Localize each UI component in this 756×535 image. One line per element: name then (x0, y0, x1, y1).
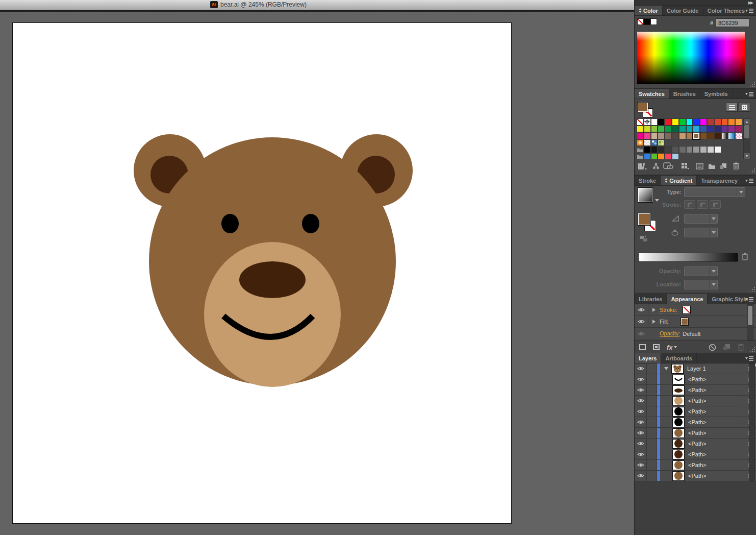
bear-artwork[interactable] (13, 23, 512, 524)
swatch-cell[interactable] (637, 132, 644, 139)
layer-name[interactable]: Layer 1 (687, 366, 706, 372)
swatch-cell[interactable] (672, 153, 679, 159)
lock-toggle-cell[interactable] (647, 396, 657, 406)
swatch-cell[interactable] (672, 118, 679, 126)
swatch-grad-bw[interactable] (721, 132, 728, 139)
show-swatch-kinds-icon[interactable] (681, 162, 690, 169)
swatch-cell[interactable] (672, 132, 679, 139)
visibility-eye-icon[interactable] (635, 449, 647, 459)
layers-scrollbar-track[interactable] (749, 363, 755, 481)
path-thumbnail-inner[interactable] (672, 450, 685, 459)
hex-input[interactable] (716, 18, 749, 27)
color-group-folder-icon[interactable] (637, 146, 644, 153)
artboard[interactable] (12, 22, 512, 524)
swatch-cell[interactable] (665, 146, 672, 153)
color-themes-icon[interactable] (652, 162, 660, 170)
tab-transparency[interactable]: Transparency (697, 176, 742, 185)
new-swatch-icon[interactable] (720, 163, 727, 169)
swatch-none[interactable] (637, 18, 644, 25)
swatch-cell[interactable] (686, 146, 693, 153)
swatch-cell[interactable] (644, 146, 651, 153)
window-titlebar[interactable]: Ai bear.ai @ 245% (RGB/Preview) (0, 0, 634, 10)
swatch-cell[interactable] (651, 146, 658, 153)
layer-row-path[interactable]: <Path> (635, 460, 756, 471)
fill-color-swatch[interactable] (681, 318, 689, 326)
bear-right-eye[interactable] (302, 214, 319, 233)
swatch-cell[interactable] (658, 153, 665, 159)
swatch-cell[interactable] (714, 126, 721, 133)
swatch-cell[interactable] (686, 132, 693, 139)
reverse-gradient-icon[interactable] (639, 235, 648, 242)
lock-toggle-cell[interactable] (647, 406, 657, 417)
swatch-options-icon[interactable] (696, 163, 703, 169)
swatch-registration[interactable] (644, 118, 651, 126)
new-color-group-icon[interactable] (708, 163, 716, 169)
visibility-eye-icon[interactable] (635, 471, 647, 481)
swatch-cell[interactable] (658, 132, 665, 139)
layer-row-path[interactable]: <Path> (635, 449, 756, 460)
swatch-cell[interactable] (728, 126, 735, 133)
delete-item-icon[interactable] (737, 344, 745, 351)
fill-swatch[interactable] (638, 213, 651, 226)
gradient-angle-dropdown[interactable] (684, 214, 718, 224)
path-label[interactable]: <Path> (688, 473, 706, 479)
lock-toggle-cell[interactable] (647, 374, 657, 384)
clear-appearance-icon[interactable] (709, 344, 716, 351)
layer-row-path[interactable]: <Path> (635, 417, 756, 428)
swatch-cell[interactable] (644, 132, 651, 139)
layer-thumbnail[interactable] (671, 364, 684, 374)
swatch-cell[interactable] (686, 126, 693, 133)
gradient-within-stroke-button[interactable] (684, 200, 695, 209)
location-dropdown[interactable] (684, 280, 718, 289)
add-new-stroke-button[interactable] (639, 344, 646, 350)
visibility-eye-icon[interactable] (635, 374, 647, 384)
delete-swatch-icon[interactable] (733, 162, 740, 170)
swatch-cell[interactable] (700, 126, 707, 133)
fill-swatch[interactable] (637, 102, 648, 112)
path-label[interactable]: <Path> (688, 419, 706, 425)
swatch-white[interactable] (650, 18, 657, 25)
color-group-folder-icon[interactable] (637, 153, 644, 159)
gradient-aspect-dropdown[interactable] (684, 228, 718, 237)
scroll-up-icon[interactable]: ▲ (744, 119, 750, 125)
swatch-cell[interactable] (714, 146, 721, 153)
path-label[interactable]: <Path> (688, 387, 706, 393)
path-thumbnail-head[interactable] (672, 428, 685, 438)
swatch-cell[interactable] (693, 118, 700, 126)
swatch-cell[interactable] (728, 118, 735, 126)
scroll-down-icon[interactable]: ▼ (744, 153, 750, 159)
panel-menu-icon[interactable] (745, 297, 754, 302)
swatch-cell[interactable] (735, 118, 742, 126)
swatch-cell[interactable] (665, 132, 672, 139)
resize-grip[interactable] (750, 286, 755, 291)
canvas-pasteboard[interactable] (0, 12, 634, 535)
swatch-cell[interactable] (700, 146, 707, 153)
gradient-preview[interactable] (638, 187, 653, 203)
add-effect-button[interactable]: fx (667, 344, 677, 351)
swatch-cell[interactable] (637, 126, 644, 133)
bear-left-eye[interactable] (221, 214, 239, 233)
scrollbar-thumb[interactable] (744, 125, 749, 138)
lock-toggle-cell[interactable] (647, 417, 657, 427)
swatch-cell[interactable] (644, 153, 651, 159)
panel-menu-icon[interactable] (745, 178, 754, 184)
duplicate-item-icon[interactable] (723, 344, 730, 351)
swatch-cell[interactable] (693, 126, 700, 133)
visibility-eye-icon[interactable] (635, 428, 647, 438)
path-thumbnail-ear[interactable] (672, 471, 685, 481)
lock-toggle-cell[interactable] (647, 439, 657, 449)
swatch-pat-water[interactable] (651, 139, 658, 147)
path-thumbnail-nose[interactable] (672, 385, 685, 395)
swatch-cell[interactable] (700, 118, 707, 126)
swatch-cell[interactable] (665, 153, 672, 159)
tab-color[interactable]: Color (635, 6, 663, 15)
visibility-eye-icon[interactable] (635, 385, 647, 395)
swatch-cell[interactable] (658, 146, 665, 153)
gradient-along-stroke-button[interactable] (697, 200, 708, 209)
path-label[interactable]: <Path> (688, 451, 706, 457)
swatch-pat-leaf[interactable] (658, 139, 665, 147)
swatch-cell[interactable] (672, 126, 679, 133)
path-label[interactable]: <Path> (688, 408, 706, 415)
swatch-libraries-icon[interactable] (638, 162, 647, 170)
swatch-grad-blue[interactable] (728, 132, 735, 139)
